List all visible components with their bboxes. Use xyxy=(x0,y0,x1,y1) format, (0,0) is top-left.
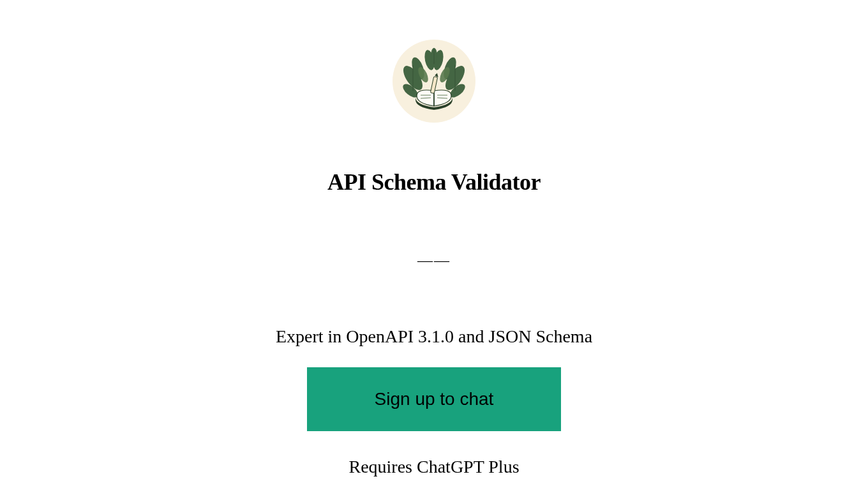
signup-button[interactable]: Sign up to chat xyxy=(307,367,561,431)
avatar xyxy=(393,40,475,123)
page-title: API Schema Validator xyxy=(327,169,541,195)
description-text: Expert in OpenAPI 3.1.0 and JSON Schema xyxy=(276,326,592,347)
book-with-leaves-icon xyxy=(399,46,469,116)
signup-button-label: Sign up to chat xyxy=(375,389,494,409)
divider: —— xyxy=(417,252,451,269)
requires-text: Requires ChatGPT Plus xyxy=(348,457,519,477)
